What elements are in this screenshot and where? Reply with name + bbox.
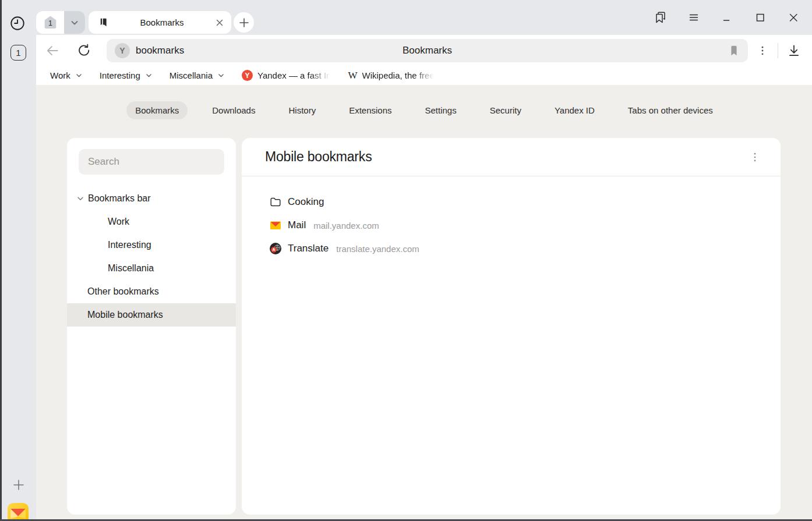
tab-security[interactable]: Security [481,101,530,119]
bookmarks-tree-panel: Bookmarks bar Work Interesting Miscellan… [67,138,236,515]
bookmark-name: Translate [288,243,329,254]
chevron-down-icon [70,18,79,27]
maximize-button[interactable] [753,10,767,24]
folder-label: Interesting [100,70,140,80]
tab-settings[interactable]: Settings [416,101,465,119]
tree-item-other-bookmarks[interactable]: Other bookmarks [67,280,236,303]
tree-item-work[interactable]: Work [67,210,236,233]
chevron-down-icon[interactable] [76,194,84,203]
bookmarks-bar-link-yandex[interactable]: Y Yandex — a fast In [242,70,331,81]
address-bar-page-title: Bookmarks [107,45,748,56]
bookmark-url: mail.yandex.com [313,221,379,231]
bookmark-tab-icon [98,17,109,28]
chevron-down-icon [217,72,225,79]
bookmarks-bar-folder-interesting[interactable]: Interesting [100,70,153,80]
tab-group-badge-icon: 1 [43,15,58,30]
bookmarks-panel-icon [654,10,668,24]
address-bar[interactable]: Y bookmarks Bookmarks [107,39,748,62]
yandex-mail-favicon-icon [269,219,282,232]
content-header: Mobile bookmarks [242,138,781,176]
downloads-button[interactable] [786,43,802,58]
bookmark-flag-icon [728,44,740,57]
bookmarks-bar: Work Interesting Miscellania Y Yandex — … [36,66,812,85]
side-rail: 1 [0,35,36,521]
bookmark-search-box[interactable] [79,149,224,175]
tab-yandex-id[interactable]: Yandex ID [546,101,603,119]
rail-tab-counter-button[interactable]: 1 [10,45,26,61]
rail-tab-counter-label: 1 [16,48,20,58]
tree-item-label: Bookmarks bar [88,193,151,204]
bookmarks-panel-button[interactable] [654,10,668,24]
tree-item-label: Work [108,217,129,227]
bookmarks-bar-folder-miscellania[interactable]: Miscellania [170,70,225,80]
tree-item-interesting[interactable]: Interesting [67,233,236,257]
address-toolbar: Y bookmarks Bookmarks [36,35,812,66]
wikipedia-favicon-icon: W [348,70,357,81]
maximize-icon [754,11,767,24]
page-menu-button[interactable] [755,44,769,58]
yandex-translate-favicon-icon: A [269,242,282,255]
download-icon [786,43,802,58]
folder-label: Miscellania [170,70,213,80]
tab-group-expand-button[interactable] [64,11,85,34]
bookmark-this-page-button[interactable] [727,44,741,58]
tab-other-devices[interactable]: Tabs on other devices [619,101,722,119]
tab-close-icon[interactable] [215,18,224,27]
manager-nav-tabs: Bookmarks Downloads History Extensions S… [36,101,812,119]
tree-item-mobile-bookmarks[interactable]: Mobile bookmarks [67,303,236,327]
content-title: Mobile bookmarks [265,149,748,165]
folder-icon [269,196,282,208]
tab-history[interactable]: History [280,101,324,119]
kebab-menu-icon [757,45,768,56]
bookmark-row-cooking[interactable]: Cooking [269,190,781,214]
rail-add-button[interactable] [11,477,26,492]
svg-text:1: 1 [48,19,52,27]
bookmarks-bar-link-wikipedia[interactable]: W Wikipedia, the free [348,70,434,81]
tree-item-miscellania[interactable]: Miscellania [67,257,236,280]
history-clock-button[interactable] [9,15,26,32]
tree-item-label: Mobile bookmarks [87,310,163,320]
chevron-down-icon [75,72,83,79]
bookmarks-content-panel: Mobile bookmarks Cooking [242,138,781,515]
tab-group-chip[interactable]: 1 [36,11,85,34]
yandex-mail-app-icon [8,503,29,521]
browser-window: 1 Bookmarks [0,0,812,521]
titlebar-right-controls [654,0,805,35]
bookmarks-bar-folder-work[interactable]: Work [50,70,83,80]
tab-downloads[interactable]: Downloads [203,101,264,119]
clock-icon [9,15,26,31]
bookmark-url: translate.yandex.com [336,244,419,254]
tab-group-counter[interactable]: 1 [36,11,64,34]
search-input[interactable] [88,156,215,168]
minimize-icon [721,11,733,24]
bookmark-row-mail[interactable]: Mail mail.yandex.com [269,214,781,237]
browser-tab-bookmarks[interactable]: Bookmarks [89,11,231,34]
hamburger-menu-icon [687,11,700,24]
link-label: Wikipedia, the free [362,70,435,80]
bookmark-name: Mail [288,219,306,231]
bookmarks-tree: Bookmarks bar Work Interesting Miscellan… [67,187,236,327]
minimize-button[interactable] [720,10,734,24]
tab-title: Bookmarks [109,17,215,27]
bookmarks-manager-page: Bookmarks Downloads History Extensions S… [36,85,812,521]
bookmark-list: Cooking Mail mail.yandex.com [242,176,781,260]
tree-item-bookmarks-bar[interactable]: Bookmarks bar [67,187,236,210]
toolbar-divider [778,43,778,58]
yandex-mail-app-button[interactable] [8,503,29,521]
back-button[interactable] [45,43,60,58]
kebab-menu-icon [749,151,761,163]
close-window-button[interactable] [786,10,800,24]
folder-menu-button[interactable] [748,150,762,164]
tab-bookmarks[interactable]: Bookmarks [126,101,188,119]
new-tab-button[interactable] [234,12,254,33]
url-text: bookmarks [136,45,184,56]
folder-label: Work [50,70,70,80]
site-favicon: Y [115,43,130,58]
tab-extensions[interactable]: Extensions [340,101,400,119]
chevron-down-icon [145,72,153,79]
bookmark-name: Cooking [288,196,324,208]
browser-menu-button[interactable] [687,10,701,24]
yandex-favicon-icon: Y [242,70,253,81]
bookmark-row-translate[interactable]: A Translate translate.yandex.com [269,237,781,260]
reload-button[interactable] [76,43,91,58]
